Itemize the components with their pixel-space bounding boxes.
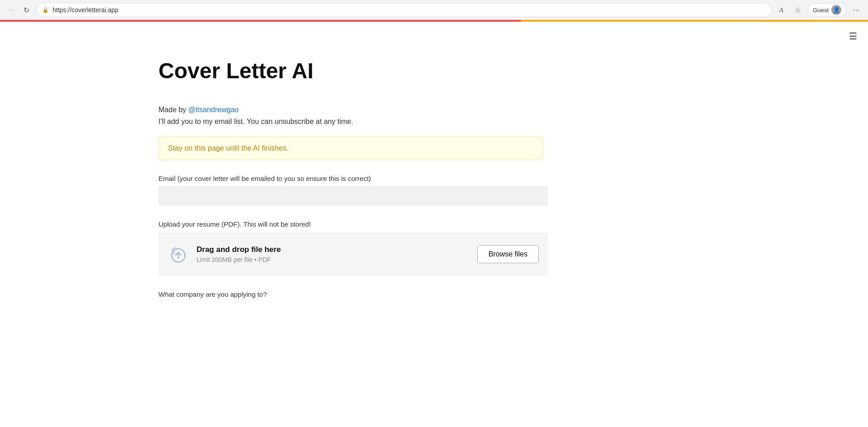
guest-label: Guest bbox=[813, 7, 829, 14]
url-text: https://coverletterai.app bbox=[53, 6, 766, 14]
back-button[interactable]: ← bbox=[5, 4, 18, 16]
nav-buttons: ← ↻ bbox=[5, 4, 33, 16]
browser-right-buttons: 𝐴 ☆ Guest 👤 ⋯ bbox=[775, 3, 863, 17]
top-stripe bbox=[0, 20, 868, 22]
warning-box: Stay on this page until the AI finishes. bbox=[158, 137, 543, 160]
guest-profile-button[interactable]: Guest 👤 bbox=[808, 3, 846, 17]
main-content: Cover Letter AI Made by @itsandrewgao I'… bbox=[0, 22, 543, 334]
lock-icon: 🔒 bbox=[42, 7, 49, 13]
favorites-button[interactable]: ☆ bbox=[791, 4, 804, 16]
browser-chrome: ← ↻ 🔒 https://coverletterai.app 𝐴 ☆ Gues… bbox=[0, 0, 868, 22]
email-label: Email (your cover letter will be emailed… bbox=[158, 175, 543, 182]
browse-files-button[interactable]: Browse files bbox=[477, 245, 539, 263]
page-title: Cover Letter AI bbox=[158, 58, 543, 84]
settings-button[interactable]: ⋯ bbox=[850, 4, 863, 16]
email-list-text: I'll add you to my email list. You can u… bbox=[158, 118, 543, 126]
warning-text: Stay on this page until the AI finishes. bbox=[168, 144, 288, 152]
company-label: What company are you applying to? bbox=[158, 290, 543, 298]
reload-button[interactable]: ↻ bbox=[20, 4, 33, 16]
upload-cloud-icon bbox=[168, 243, 189, 265]
email-input[interactable] bbox=[158, 186, 548, 206]
browser-top-bar: ← ↻ 🔒 https://coverletterai.app 𝐴 ☆ Gues… bbox=[0, 0, 868, 20]
hamburger-menu-button[interactable]: ☰ bbox=[845, 27, 861, 45]
upload-zone[interactable]: Drag and drop file here Limit 200MB per … bbox=[158, 232, 548, 276]
read-aloud-button[interactable]: 𝐴 bbox=[775, 4, 788, 16]
upload-label: Upload your resume (PDF). This will not … bbox=[158, 220, 543, 228]
upload-zone-left: Drag and drop file here Limit 200MB per … bbox=[168, 243, 281, 265]
file-limit-text: Limit 200MB per file • PDF bbox=[197, 256, 281, 263]
made-by-link[interactable]: @itsandrewgao bbox=[188, 106, 239, 114]
guest-avatar: 👤 bbox=[831, 5, 841, 15]
address-bar[interactable]: 🔒 https://coverletterai.app bbox=[36, 3, 772, 17]
made-by-text: Made by @itsandrewgao bbox=[158, 106, 543, 114]
upload-text-group: Drag and drop file here Limit 200MB per … bbox=[197, 245, 281, 263]
drag-drop-text: Drag and drop file here bbox=[197, 245, 281, 254]
